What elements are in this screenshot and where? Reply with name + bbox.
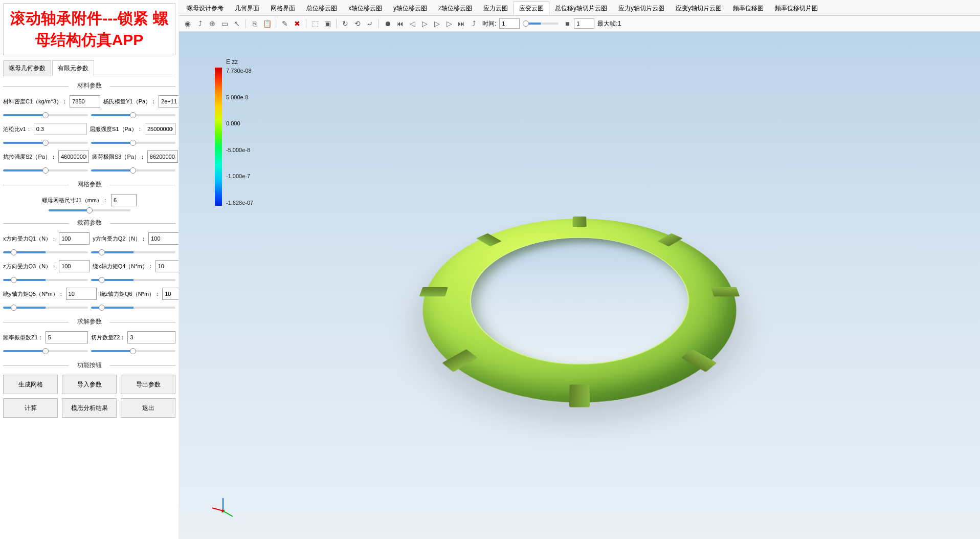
- input-q6[interactable]: [162, 288, 179, 300]
- copy-icon[interactable]: ⎘: [249, 18, 260, 29]
- tab-fem-params[interactable]: 有限元参数: [52, 60, 94, 76]
- input-z2[interactable]: [127, 331, 175, 343]
- label-q5: 绕y轴力矩Q5（N*m）：: [3, 290, 64, 298]
- legend-label: 5.000e-8: [226, 94, 253, 100]
- input-q5[interactable]: [66, 288, 97, 300]
- legend-label: -1.000e-7: [226, 173, 253, 179]
- stop-icon[interactable]: ■: [562, 18, 573, 29]
- cursor-icon[interactable]: ↖: [231, 18, 242, 29]
- slider-q2[interactable]: [91, 251, 176, 253]
- slider-s3[interactable]: [91, 169, 176, 171]
- slider-q3[interactable]: [3, 279, 88, 281]
- slider-z2[interactable]: [91, 350, 176, 352]
- main-tab-1[interactable]: 几何界面: [229, 1, 265, 15]
- modal-results-button[interactable]: 模态分析结果: [62, 398, 117, 418]
- main-tab-7[interactable]: 应力云图: [478, 1, 514, 15]
- section-load: 载荷参数 x方向受力Q1（N）： y方向受力Q2（N）： z方向受力Q3（N）：…: [3, 219, 175, 310]
- clear-icon[interactable]: ✖: [292, 18, 303, 29]
- input-q2[interactable]: [148, 232, 179, 245]
- generate-mesh-button[interactable]: 生成网格: [3, 375, 58, 394]
- frame-input[interactable]: [574, 18, 594, 29]
- time-slider[interactable]: [523, 23, 559, 25]
- next-frame-icon[interactable]: ▷: [443, 18, 455, 29]
- input-q1[interactable]: [59, 232, 90, 245]
- input-q4[interactable]: [155, 260, 179, 272]
- rotate3-icon[interactable]: ⤾: [364, 18, 375, 29]
- main-tab-11[interactable]: 应变y轴切片云图: [670, 1, 727, 15]
- input-c1[interactable]: [70, 95, 100, 107]
- slider-s2[interactable]: [3, 169, 88, 171]
- section-title-mesh: 网格参数: [3, 180, 175, 189]
- toolbar-separator: [246, 19, 246, 28]
- main-tab-12[interactable]: 频率位移图: [727, 1, 769, 15]
- import-params-button[interactable]: 导入参数: [62, 375, 117, 394]
- first-frame-icon[interactable]: ⏮: [394, 18, 406, 29]
- input-j1[interactable]: [111, 194, 137, 206]
- main-tab-6[interactable]: z轴位移云图: [433, 1, 478, 15]
- main-tab-5[interactable]: y轴位移云图: [388, 1, 433, 15]
- play-back-icon[interactable]: ▷: [419, 18, 430, 29]
- prev-frame-icon[interactable]: ◁: [407, 18, 418, 29]
- main-tab-0[interactable]: 螺母设计参考: [181, 1, 229, 15]
- select-rect-icon[interactable]: ⬚: [309, 18, 321, 29]
- input-q3[interactable]: [59, 260, 90, 272]
- axis-triad: [210, 498, 235, 524]
- export-icon[interactable]: ⤴: [194, 18, 206, 29]
- export-params-button[interactable]: 导出参数: [121, 375, 175, 394]
- label-s1: 屈服强度S1（Pa）：: [90, 125, 143, 133]
- slider-q1[interactable]: [3, 251, 88, 253]
- input-z1[interactable]: [46, 331, 88, 343]
- slider-q6[interactable]: [91, 307, 176, 309]
- rotate2-icon[interactable]: ⟲: [352, 18, 363, 29]
- last-frame-icon[interactable]: ⏭: [456, 18, 467, 29]
- label-q2: y方向受力Q2（N）：: [93, 235, 146, 243]
- slider-v1[interactable]: [3, 142, 88, 144]
- input-y1[interactable]: [159, 95, 179, 107]
- viewport[interactable]: E zz 7.730e-08 5.000e-8 0.000 -5.000e-8 …: [179, 32, 980, 539]
- section-title-load: 载荷参数: [3, 219, 175, 227]
- label-q6: 绕z轴力矩Q6（N*m）：: [100, 290, 161, 298]
- select-all-icon[interactable]: ▣: [322, 18, 333, 29]
- slider-j1[interactable]: [49, 209, 130, 211]
- slider-z1[interactable]: [3, 350, 88, 352]
- play-icon[interactable]: ▷: [431, 18, 442, 29]
- slider-c1[interactable]: [3, 114, 88, 116]
- section-title-material: 材料参数: [3, 81, 175, 90]
- section-material: 材料参数 材料密度C1（kg/m^3）： 杨氏模量Y1（Pa）： 泊松比v1： …: [3, 81, 175, 173]
- time-input[interactable]: [499, 18, 520, 29]
- camera-icon[interactable]: ◉: [182, 18, 193, 29]
- slider-y1[interactable]: [91, 114, 176, 116]
- input-s2[interactable]: [58, 150, 89, 163]
- main-tab-2[interactable]: 网格界面: [265, 1, 301, 15]
- label-z2: 切片数量Z2：: [91, 334, 126, 341]
- paste-icon[interactable]: 📋: [261, 18, 273, 29]
- main-tab-9[interactable]: 总位移y轴切片云图: [549, 1, 613, 15]
- legend-label: -5.000e-8: [226, 147, 253, 153]
- highlight-icon[interactable]: ✎: [279, 18, 291, 29]
- export-anim-icon[interactable]: ⤴: [468, 18, 479, 29]
- exit-button[interactable]: 退出: [121, 398, 175, 418]
- main-tab-8[interactable]: 应变云图: [514, 1, 549, 15]
- input-s1[interactable]: [145, 123, 175, 135]
- toolbar-separator: [306, 19, 306, 28]
- record-icon[interactable]: ⏺: [382, 18, 393, 29]
- input-s3[interactable]: [147, 150, 178, 163]
- main-tab-10[interactable]: 应力y轴切片云图: [613, 1, 670, 15]
- main-tab-3[interactable]: 总位移云图: [301, 1, 343, 15]
- time-label: 时间:: [482, 19, 496, 28]
- zoom-fit-icon[interactable]: ⊕: [207, 18, 218, 29]
- slider-q4[interactable]: [91, 279, 176, 281]
- sidebar-tabs: 螺母几何参数 有限元参数: [3, 60, 175, 76]
- rotate-icon[interactable]: ↻: [340, 18, 351, 29]
- main-area: 螺母设计参考 几何界面 网格界面 总位移云图 x轴位移云图 y轴位移云图 z轴位…: [179, 0, 980, 539]
- slider-q5[interactable]: [3, 307, 88, 309]
- main-tab-13[interactable]: 频率位移切片图: [769, 1, 823, 15]
- input-v1[interactable]: [34, 123, 86, 135]
- select-icon[interactable]: ▭: [219, 18, 230, 29]
- calculate-button[interactable]: 计算: [3, 398, 58, 418]
- tab-geometry-params[interactable]: 螺母几何参数: [3, 60, 51, 76]
- main-tab-4[interactable]: x轴位移云图: [343, 1, 388, 15]
- legend-label: -1.628e-07: [226, 200, 253, 206]
- slider-s1[interactable]: [91, 142, 176, 144]
- toolbar-separator: [336, 19, 337, 28]
